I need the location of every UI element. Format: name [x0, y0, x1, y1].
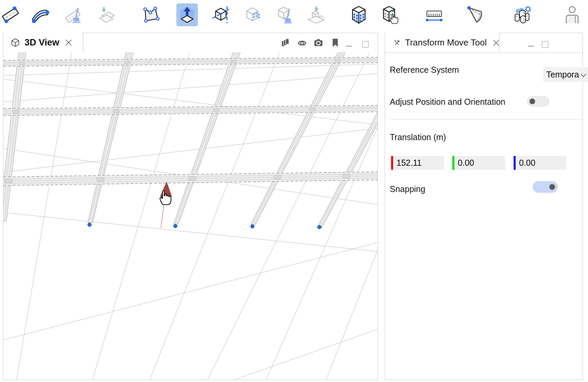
- view3d-tab[interactable]: 3D View: [3, 33, 83, 53]
- view3d-tab-title: 3D View: [25, 37, 59, 48]
- selection-endpoints[interactable]: [88, 223, 321, 229]
- view3d-minimize-button[interactable]: [346, 46, 352, 46]
- tool-slice-cube[interactable]: [210, 3, 232, 26]
- tool-surface-merge[interactable]: [96, 3, 117, 26]
- tools-icon: [394, 38, 400, 47]
- bookmark-icon[interactable]: [331, 38, 339, 49]
- transform-panel: Transform Move Tool Reference System Tem…: [385, 33, 583, 380]
- surface-merge-icon: [97, 5, 116, 25]
- roads-horizontal: [3, 57, 378, 186]
- view3d-maximize-button[interactable]: [362, 41, 369, 47]
- translation-z-field[interactable]: 0.00: [514, 156, 566, 170]
- transform-header: Transform Move Tool: [385, 33, 583, 53]
- road-straight-icon: [1, 5, 20, 25]
- adjust-toggle-knob: [529, 99, 535, 104]
- snapping-toggle-knob: [549, 184, 555, 190]
- building-icon: [349, 5, 369, 25]
- application-window: 3D View: [0, 0, 588, 382]
- transform-close-icon[interactable]: [493, 40, 499, 46]
- road-curve-icon: [30, 5, 49, 25]
- tool-building-pick[interactable]: [379, 3, 401, 26]
- snapping-label: Snapping: [390, 184, 425, 194]
- snapping-toggle[interactable]: [533, 182, 557, 192]
- translation-x-value: 152.11: [393, 158, 422, 168]
- voxelize-cube-icon: [243, 5, 262, 25]
- tool-voxelize-cube[interactable]: [242, 3, 263, 26]
- translation-x-field[interactable]: 152.11: [391, 156, 444, 170]
- transform-tab[interactable]: Transform Move Tool: [385, 33, 499, 53]
- scene-3d: [3, 53, 378, 380]
- view3d-header: 3D View: [3, 33, 378, 53]
- user-icon: [562, 5, 582, 25]
- translation-y-value: 0.00: [454, 158, 474, 168]
- chevron-down-icon: [581, 73, 586, 79]
- tool-cube-drop[interactable]: [305, 3, 326, 26]
- translation-label: Translation (m): [390, 132, 446, 142]
- tool-building-create[interactable]: [348, 3, 370, 26]
- view3d-close-icon[interactable]: [65, 39, 72, 46]
- view3d-panel: 3D View: [3, 33, 378, 380]
- cube-drop-icon: [306, 5, 325, 25]
- translation-y-field[interactable]: 0.00: [452, 156, 505, 170]
- extrude-icon: [177, 5, 197, 25]
- endpoint-dot[interactable]: [88, 223, 92, 227]
- terrain-grid: [4, 53, 378, 380]
- tool-user[interactable]: [561, 3, 583, 26]
- tool-environment[interactable]: [511, 3, 532, 26]
- environment-icon: [512, 5, 531, 25]
- road-cleanup-icon: [65, 5, 84, 25]
- endpoint-dot[interactable]: [318, 225, 321, 229]
- transform-tab-title: Transform Move Tool: [405, 37, 487, 48]
- layers-icon[interactable]: [281, 38, 290, 49]
- translation-z-value: 0.00: [516, 158, 535, 168]
- tool-road-cleanup[interactable]: [64, 3, 85, 26]
- viewport-3d[interactable]: [3, 53, 378, 380]
- tool-road-straight[interactable]: [0, 3, 21, 26]
- main-toolbar: [0, 0, 588, 30]
- transform-minimize-button[interactable]: [528, 46, 534, 46]
- viewshed-icon: [465, 5, 484, 25]
- section-divider: [390, 119, 583, 120]
- reference-system-label: Reference System: [390, 65, 459, 75]
- road-intersections: [5, 59, 350, 183]
- camera-icon[interactable]: [314, 38, 323, 48]
- measure-icon: [424, 5, 444, 25]
- tool-viewshed[interactable]: [464, 3, 485, 26]
- visibility-eye-icon[interactable]: [298, 39, 307, 48]
- cube-cleanup-icon: [275, 5, 295, 25]
- building-pick-icon: [380, 5, 400, 25]
- reference-system-dropdown[interactable]: Tempora: [543, 67, 588, 82]
- endpoint-dot[interactable]: [251, 225, 254, 228]
- tool-polygon-edit[interactable]: [141, 3, 162, 26]
- cube-icon: [11, 38, 20, 47]
- move-guide-line: [161, 202, 164, 228]
- endpoint-dot[interactable]: [174, 224, 177, 228]
- reference-system-value: Tempora: [543, 70, 579, 79]
- tool-cube-cleanup[interactable]: [274, 3, 296, 26]
- tool-measure[interactable]: [423, 3, 445, 26]
- transform-maximize-button[interactable]: [542, 41, 548, 47]
- tool-extrude[interactable]: [176, 3, 198, 26]
- roads-vertical: [3, 53, 378, 228]
- adjust-position-label: Adjust Position and Orientation: [390, 97, 505, 107]
- tool-road-curve[interactable]: [29, 3, 50, 26]
- polygon-edit-icon: [142, 5, 161, 25]
- adjust-toggle[interactable]: [527, 96, 549, 106]
- slice-cube-icon: [211, 5, 231, 25]
